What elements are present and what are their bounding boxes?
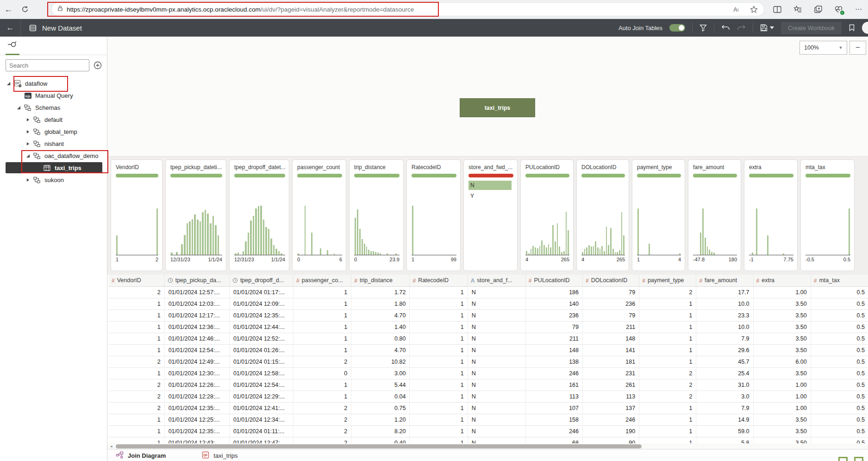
column-card-tpep_dropoff_datetime[interactable]: tpep_dropoff_datet...12/31/231/1/24 bbox=[229, 159, 289, 271]
histogram-bar bbox=[205, 210, 206, 255]
collapsed-arrow-icon[interactable] bbox=[26, 142, 33, 146]
column-card-extra[interactable]: extra-17.75 bbox=[744, 159, 798, 271]
sidebar-item-sukoon[interactable]: sukoon bbox=[0, 174, 107, 186]
table-row[interactable]: 201/01/2024 12:57:...01/01/2024 01:17:..… bbox=[109, 287, 868, 298]
scrollbar-thumb[interactable] bbox=[116, 444, 642, 448]
expanded-arrow-icon[interactable] bbox=[26, 154, 33, 158]
axis-min-label: 0 bbox=[297, 257, 300, 262]
column-card-PULocationID[interactable]: PULocationID4265 bbox=[520, 159, 574, 271]
table-row[interactable]: 201/01/2024 12:28:...01/01/2024 12:29:..… bbox=[109, 391, 868, 403]
table-node-taxi-trips[interactable]: taxi_trips bbox=[460, 99, 535, 117]
bookmark-icon[interactable] bbox=[849, 24, 855, 32]
cell-trip-distance: 1.72 bbox=[351, 287, 410, 298]
cell-DOLocationID: 261 bbox=[583, 379, 639, 391]
table-row[interactable]: 101/01/2024 12:17:...01/01/2024 12:35:..… bbox=[109, 310, 868, 322]
tab-taxi-trips[interactable]: DF taxi_trips bbox=[202, 451, 237, 461]
column-card-fare_amount[interactable]: fare_amount-47.8180 bbox=[688, 159, 741, 271]
favorite-star-icon[interactable] bbox=[749, 5, 758, 14]
horizontal-scrollbar[interactable]: ◂ bbox=[107, 443, 868, 449]
connections-tab-icon[interactable] bbox=[7, 40, 18, 51]
collapsed-arrow-icon[interactable] bbox=[26, 178, 33, 182]
column-header-PULocationID[interactable]: #PULocationID bbox=[525, 275, 582, 287]
sidebar-item-schemas[interactable]: Schemas bbox=[0, 101, 107, 114]
column-card-payment_type[interactable]: payment_type14 bbox=[632, 159, 685, 271]
favorites-list-icon[interactable] bbox=[793, 5, 802, 14]
cell-VendorID: 2 bbox=[109, 379, 164, 391]
sidebar-item-manual-query[interactable]: SQLManual Query bbox=[0, 89, 107, 101]
collections-icon[interactable] bbox=[813, 5, 823, 14]
sidebar-item-oac-dataflow-demo[interactable]: oac_dataflow_demo bbox=[0, 150, 107, 162]
column-header-store-and-f-[interactable]: Astore_and_f... bbox=[468, 275, 525, 287]
table-row[interactable]: 201/01/2024 12:35:...01/01/2024 12:41:..… bbox=[109, 403, 868, 414]
column-header-fare-amount[interactable]: #fare_amount bbox=[696, 275, 753, 287]
browser-essentials-icon[interactable]: ✓ bbox=[834, 5, 843, 14]
user-avatar[interactable] bbox=[862, 22, 868, 34]
cell-extra: 6.00 bbox=[753, 356, 811, 368]
tab-join-diagram[interactable]: Join Diagram bbox=[116, 451, 166, 461]
sidebar-item-nishant[interactable]: nishant bbox=[0, 138, 107, 150]
sidebar-item-default[interactable]: default bbox=[0, 114, 107, 126]
column-card-VendorID[interactable]: VendorID12 bbox=[111, 159, 162, 271]
add-connection-icon[interactable] bbox=[93, 61, 102, 70]
cell-PULocationID: 113 bbox=[525, 391, 582, 403]
column-header-payment-type[interactable]: #payment_type bbox=[639, 275, 696, 287]
column-card-tpep_pickup_datetime[interactable]: tpep_pickup_dateti...12/31/231/1/24 bbox=[165, 159, 226, 271]
column-header-tpep-pickup-da-[interactable]: tpep_pickup_da... bbox=[164, 275, 229, 287]
column-header-extra[interactable]: #extra bbox=[753, 275, 811, 287]
collapsed-arrow-icon[interactable] bbox=[26, 130, 33, 134]
undo-icon[interactable] bbox=[721, 25, 730, 31]
auto-join-toggle[interactable] bbox=[669, 24, 685, 32]
table-row[interactable]: 101/01/2024 12:43:...01/01/2024 12:47:..… bbox=[109, 437, 868, 444]
column-card-mta_tax[interactable]: mta_tax-0.50.5 bbox=[800, 159, 855, 271]
column-card-trip_distance[interactable]: trip_distance023.9 bbox=[349, 159, 404, 271]
table-row[interactable]: 101/01/2024 12:35:...01/01/2024 01:11:..… bbox=[109, 426, 868, 437]
histogram-bar bbox=[184, 235, 186, 255]
histogram-bar bbox=[250, 221, 252, 255]
table-row[interactable]: 201/01/2024 12:49:...01/01/2024 01:15:..… bbox=[109, 356, 868, 368]
table-row[interactable]: 101/01/2024 12:25:...01/01/2024 12:34:..… bbox=[109, 414, 868, 426]
column-header-DOLocationID[interactable]: #DOLocationID bbox=[583, 275, 639, 287]
table-row[interactable]: 101/01/2024 12:36:...01/01/2024 12:44:..… bbox=[109, 322, 868, 333]
zoom-out-button[interactable]: − bbox=[849, 41, 866, 55]
layout-toggle-icon[interactable] bbox=[838, 457, 848, 461]
expanded-arrow-icon[interactable] bbox=[6, 82, 14, 86]
table-row[interactable]: 101/01/2024 12:30:...01/01/2024 12:58:..… bbox=[109, 368, 868, 379]
table-row[interactable]: 201/01/2024 12:26:...01/01/2024 12:54:..… bbox=[109, 379, 868, 391]
more-menu-icon[interactable]: ⋯ bbox=[854, 5, 863, 14]
table-row[interactable]: 101/01/2024 12:54:...01/01/2024 01:26:..… bbox=[109, 345, 868, 356]
cell-trip-distance: 0.75 bbox=[351, 403, 410, 414]
read-aloud-icon[interactable]: A) bbox=[731, 5, 741, 14]
search-input[interactable] bbox=[6, 59, 89, 71]
table-row[interactable]: 101/01/2024 12:03:...01/01/2024 12:09:..… bbox=[109, 298, 868, 310]
cell-passenger-co-: 1 bbox=[293, 298, 351, 310]
column-card-store_and_fwd_flag[interactable]: store_and_fwd_...NY bbox=[463, 159, 518, 271]
app-back-button[interactable]: ← bbox=[0, 19, 21, 37]
join-diagram-canvas[interactable]: 100% ▼ − taxi_trips bbox=[107, 37, 868, 156]
column-header-tpep-dropoff-d-[interactable]: tpep_dropoff_d... bbox=[229, 275, 293, 287]
column-header-VendorID[interactable]: #VendorID bbox=[109, 275, 164, 287]
sidebar-item-taxi-trips[interactable]: taxi_trips bbox=[6, 162, 102, 173]
column-card-DOLocationID[interactable]: DOLocationID4265 bbox=[576, 159, 629, 271]
split-screen-icon[interactable] bbox=[773, 5, 782, 14]
layout-toggle-icon[interactable] bbox=[854, 457, 863, 461]
sidebar-item-dataflow[interactable]: DFdataflow bbox=[0, 77, 107, 89]
browser-back-icon[interactable]: ← bbox=[0, 5, 17, 14]
column-header-trip-distance[interactable]: #trip_distance bbox=[351, 275, 410, 287]
zoom-level-dropdown[interactable]: 100% ▼ bbox=[799, 41, 847, 55]
cell-store-and-f-: N bbox=[468, 414, 525, 426]
sidebar-item-global-temp[interactable]: global_temp bbox=[0, 126, 107, 138]
expanded-arrow-icon[interactable] bbox=[17, 106, 24, 110]
column-header-passenger-co-[interactable]: #passenger_co... bbox=[293, 275, 351, 287]
browser-refresh-icon[interactable] bbox=[17, 6, 33, 13]
column-header-RatecodeID[interactable]: #RatecodeID bbox=[410, 275, 468, 287]
column-card-RatecodeID[interactable]: RatecodeID199 bbox=[406, 159, 461, 271]
address-bar[interactable]: https://zproacprivate-idseylbmv0mm-px.an… bbox=[52, 3, 764, 16]
create-workbook-button[interactable]: Create Workbook bbox=[781, 22, 842, 34]
filter-icon[interactable] bbox=[699, 24, 707, 32]
save-icon[interactable] bbox=[760, 24, 774, 32]
scroll-left-arrow-icon[interactable]: ◂ bbox=[110, 443, 112, 449]
column-card-passenger_count[interactable]: passenger_count06 bbox=[292, 159, 346, 271]
collapsed-arrow-icon[interactable] bbox=[26, 118, 33, 122]
column-header-mta-tax[interactable]: #mta_tax bbox=[811, 275, 868, 287]
table-row[interactable]: 101/01/2024 12:46:...01/01/2024 12:52:..… bbox=[109, 333, 868, 345]
